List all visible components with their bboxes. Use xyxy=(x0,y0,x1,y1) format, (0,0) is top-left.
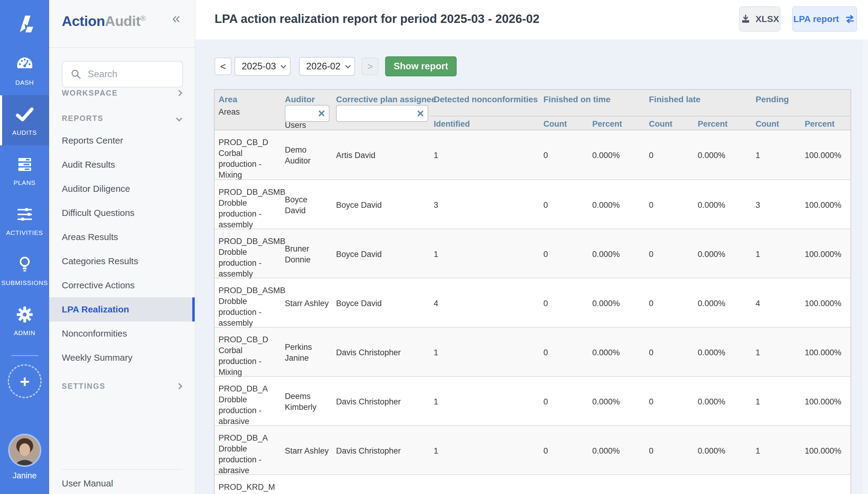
assignee-filter xyxy=(336,105,428,122)
cell-on-time-percent: 0.000% xyxy=(588,446,645,456)
show-report-button[interactable]: Show report xyxy=(385,56,457,76)
sidebar-item-auditor-diligence[interactable]: Auditor Diligence xyxy=(49,177,195,201)
rail-item-audits[interactable]: AUDITS xyxy=(0,95,49,145)
cell-identified: 1 xyxy=(430,151,539,160)
cell-assignee: Boyce David xyxy=(332,298,430,309)
icon-rail-divider xyxy=(11,355,38,356)
swap-icon xyxy=(844,13,856,25)
collapse-sidebar-icon[interactable]: « xyxy=(172,11,180,25)
cell-on-time-count: 0 xyxy=(539,397,588,406)
rail-item-plans[interactable]: PLANS xyxy=(0,145,49,195)
cell-pending-count: 1 xyxy=(752,151,801,160)
clear-filter-icon[interactable] xyxy=(317,109,326,118)
cell-pending-percent: 100.000% xyxy=(801,348,850,357)
subheader-on-time-percent: Percent xyxy=(592,119,622,129)
check-icon xyxy=(15,104,35,124)
cell-late-count: 0 xyxy=(645,250,694,259)
cell-area: PROD_DB_ADrobble production - abrasive xyxy=(215,377,281,427)
sidebar-item-nonconformities[interactable]: Nonconformities xyxy=(49,322,195,346)
sidebar-item-label: Corrective Actions xyxy=(62,280,135,290)
assignee-filter-input[interactable] xyxy=(337,106,416,121)
sidebar-item-weekly-summary[interactable]: Weekly Summary xyxy=(49,346,195,370)
sidebar-item-categories-results[interactable]: Categories Results xyxy=(49,249,195,273)
previous-period-button[interactable]: < xyxy=(215,58,232,75)
rail-item-label: ACTIVITIES xyxy=(6,229,43,236)
rail-item-label: PLANS xyxy=(14,179,36,186)
cell-pending-count: 1 xyxy=(752,250,801,259)
area-filter-label[interactable]: Areas xyxy=(218,107,240,117)
brand-logo[interactable]: ActionAudit® xyxy=(62,13,145,29)
rail-item-dash[interactable]: DASH xyxy=(0,45,49,95)
sidebar-item-audit-results[interactable]: Audit Results xyxy=(49,153,195,177)
sidebar-item-reports-center[interactable]: Reports Center xyxy=(49,129,195,153)
table-row: PROD_CB_DCorbal production - Mixing Perk… xyxy=(215,327,850,376)
sidebar-item-corrective-actions[interactable]: Corrective Actions xyxy=(49,273,195,297)
avatar[interactable] xyxy=(8,434,41,467)
cell-assignee: Boyce David xyxy=(332,200,430,210)
app-root: DASHAUDITSPLANSACTIVITIESSUBMISSIONSADMI… xyxy=(0,0,868,494)
sliders-icon xyxy=(15,205,35,224)
cell-pending-percent: 100.000% xyxy=(801,397,850,406)
search-box xyxy=(62,61,183,88)
cell-late-count: 0 xyxy=(645,348,694,357)
sidebar-section-workspace[interactable]: WORKSPACE xyxy=(62,89,181,97)
rail-item-submissions[interactable]: SUBMISSIONS xyxy=(0,246,49,296)
export-xlsx-button[interactable]: XLSX xyxy=(739,6,781,32)
sidebar-item-label: Difficult Questions xyxy=(62,208,134,218)
sidebar-section-reports[interactable]: REPORTS xyxy=(62,114,181,123)
rail-item-activities[interactable]: ACTIVITIES xyxy=(0,195,49,246)
gear-icon xyxy=(15,305,35,324)
cell-pending-count: 1 xyxy=(752,446,801,456)
cell-on-time-percent: 0.000% xyxy=(588,397,645,406)
cell-area: PROD_DB_ADrobble production - abrasive xyxy=(215,426,281,476)
cell-area: PROD_DB_ASMBDrobble production - assembl… xyxy=(215,278,281,328)
sidebar-item-areas-results[interactable]: Areas Results xyxy=(49,225,195,249)
search-input[interactable] xyxy=(82,61,208,87)
stack-icon xyxy=(15,154,35,174)
search-icon xyxy=(70,69,82,80)
cell-pending-percent: 100.000% xyxy=(801,250,850,259)
auditor-filter-label[interactable]: Users xyxy=(285,121,306,130)
cell-on-time-count: 0 xyxy=(539,446,588,456)
period-from-select[interactable]: 2025-03 xyxy=(235,57,291,76)
period-to-select[interactable]: 2026-02 xyxy=(299,57,355,76)
cell-identified: 1 xyxy=(430,397,539,406)
lpa-report-switch-button[interactable]: LPA report xyxy=(792,6,857,32)
cell-late-count: 0 xyxy=(645,151,694,160)
table-row: PROD_DB_ASMBDrobble production - assembl… xyxy=(215,229,850,278)
cell-late-percent: 0.000% xyxy=(694,397,752,406)
sidebar-item-label: Categories Results xyxy=(62,256,138,266)
download-icon xyxy=(741,14,751,24)
sidebar-item-label: Reports Center xyxy=(62,135,123,146)
cell-late-percent: 0.000% xyxy=(694,201,752,210)
sidebar-item-difficult-questions[interactable]: Difficult Questions xyxy=(49,201,195,225)
report-table: Area Auditor Corrective plan assignee De… xyxy=(214,89,851,494)
next-period-button[interactable]: > xyxy=(362,58,378,75)
user-manual-link[interactable]: User Manual xyxy=(62,478,113,489)
cell-auditor: Demo Auditor xyxy=(281,145,332,166)
cell-pending-percent: 100.000% xyxy=(801,299,850,308)
table-row: PROD_DB_ASMBDrobble production - assembl… xyxy=(215,179,850,229)
sidebar-section-settings[interactable]: SETTINGS xyxy=(62,382,181,391)
column-header-finished-on-time: Finished on time xyxy=(544,95,610,104)
cell-late-count: 0 xyxy=(645,201,694,210)
app-logo-icon[interactable] xyxy=(0,7,49,40)
sidebar-item-label: Nonconformities xyxy=(62,328,127,339)
add-button[interactable]: + xyxy=(8,364,42,398)
sidebar-item-lpa-realization[interactable]: LPA Realization xyxy=(49,297,195,322)
chevron-right-icon xyxy=(176,90,182,96)
page-title: LPA action realization report for period… xyxy=(215,12,539,26)
vertical-scrollbar[interactable] xyxy=(863,39,868,494)
cell-area: PROD_DB_ASMBDrobble production - assembl… xyxy=(215,229,281,279)
cell-assignee: Davis Christopher xyxy=(332,347,430,358)
clear-filter-icon[interactable] xyxy=(416,109,425,118)
username-label: Janine xyxy=(0,471,49,480)
column-header-finished-late: Finished late xyxy=(649,95,701,104)
cell-on-time-count: 0 xyxy=(539,299,588,308)
rail-item-admin[interactable]: ADMIN xyxy=(0,296,49,346)
subheader-divider xyxy=(430,116,850,116)
auditor-filter-input[interactable] xyxy=(285,106,317,121)
cell-auditor: Starr Ashley xyxy=(281,445,332,456)
table-row: PROD_CB_DCorbal production - Mixing Demo… xyxy=(215,130,850,179)
table-body: PROD_CB_DCorbal production - Mixing Demo… xyxy=(215,130,850,494)
